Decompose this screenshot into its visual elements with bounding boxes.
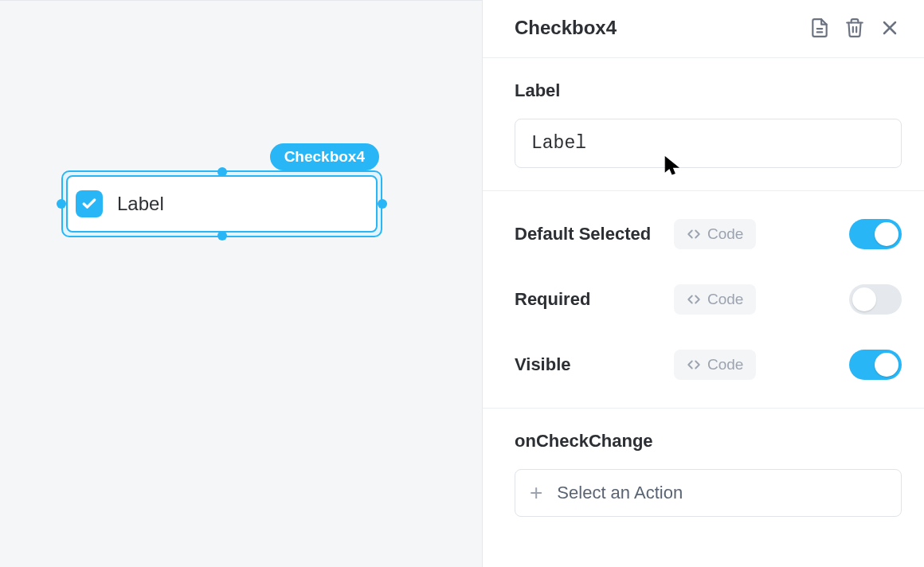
plus-icon: +: [530, 482, 542, 504]
label-field-heading: Label: [515, 80, 902, 101]
delete-button[interactable]: [843, 16, 867, 40]
selection-outline[interactable]: Label: [61, 170, 382, 237]
inspector-panel: Checkbox4 Label Default Selected Code: [483, 0, 924, 567]
visible-row: Visible Code: [515, 344, 902, 385]
resize-handle-top[interactable]: [217, 167, 227, 177]
default-selected-label: Default Selected: [515, 224, 674, 244]
toggles-section: Default Selected Code Required Code Visi…: [483, 191, 924, 409]
component-name-text: Checkbox4: [284, 148, 365, 165]
code-icon: [687, 358, 701, 372]
required-label: Required: [515, 289, 674, 310]
code-chip-text: Code: [707, 356, 743, 373]
label-input[interactable]: [515, 119, 902, 168]
default-selected-toggle[interactable]: [849, 219, 902, 249]
code-icon: [687, 292, 701, 307]
resize-handle-bottom[interactable]: [217, 231, 227, 240]
inspector-title: Checkbox4: [515, 17, 808, 39]
required-toggle[interactable]: [849, 284, 902, 315]
code-icon: [687, 227, 701, 241]
label-section: Label: [483, 58, 924, 191]
checkbox-label: Label: [117, 193, 164, 215]
select-action-placeholder: Select an Action: [557, 483, 683, 503]
component-name-badge[interactable]: Checkbox4: [270, 143, 379, 170]
close-icon: [880, 18, 899, 37]
resize-handle-left[interactable]: [57, 199, 66, 209]
default-selected-row: Default Selected Code: [515, 213, 902, 255]
code-chip-text: Code: [707, 291, 743, 308]
document-icon: [809, 18, 830, 38]
event-name: onCheckChange: [515, 431, 902, 452]
select-action-button[interactable]: + Select an Action: [515, 469, 902, 517]
visible-code-chip[interactable]: Code: [674, 350, 756, 380]
copy-button[interactable]: [808, 16, 832, 40]
required-row: Required Code: [515, 279, 902, 320]
resize-handle-right[interactable]: [378, 199, 387, 209]
visible-label: Visible: [515, 354, 674, 375]
code-chip-text: Code: [707, 225, 743, 243]
event-section: onCheckChange + Select an Action: [483, 409, 924, 539]
design-canvas[interactable]: Checkbox4 Label: [0, 0, 483, 567]
checkbox-box[interactable]: [76, 190, 103, 217]
close-button[interactable]: [878, 16, 902, 40]
required-code-chip[interactable]: Code: [674, 284, 756, 315]
inspector-header: Checkbox4: [483, 0, 924, 58]
trash-icon: [844, 18, 865, 38]
checkbox-component[interactable]: Checkbox4 Label: [61, 170, 382, 237]
visible-toggle[interactable]: [849, 350, 902, 380]
check-icon: [81, 196, 97, 212]
checkbox-inner[interactable]: Label: [66, 175, 378, 233]
default-selected-code-chip[interactable]: Code: [674, 219, 756, 249]
